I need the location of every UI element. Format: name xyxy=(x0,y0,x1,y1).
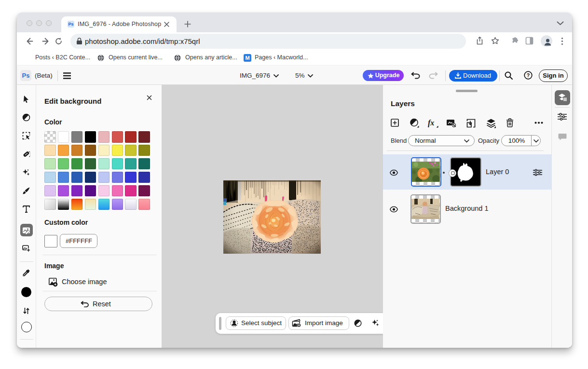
svg-text:fx: fx xyxy=(428,119,434,127)
svg-text:?: ? xyxy=(527,72,530,78)
